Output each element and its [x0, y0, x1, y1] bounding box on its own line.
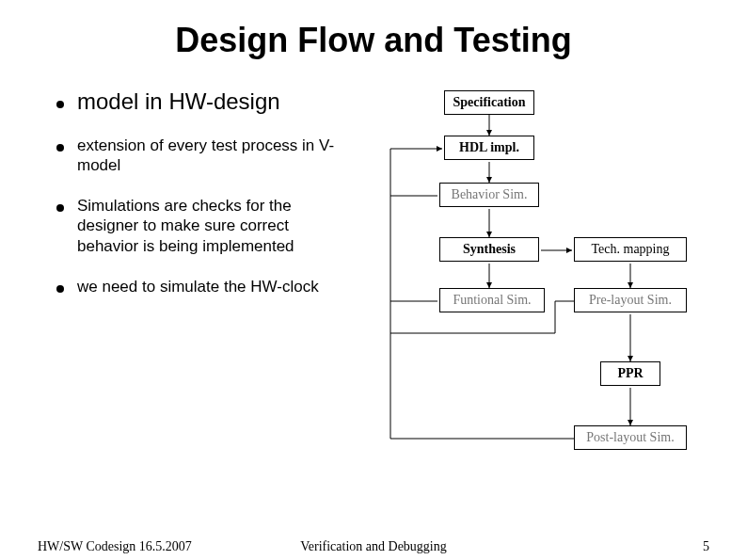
footer-left: HW/SW Codesign 16.5.2007	[38, 539, 192, 554]
box-hdl-impl: HDL impl.	[444, 136, 534, 160]
footer-center: Verification and Debugging	[300, 539, 447, 554]
box-prelayout-sim: Pre-layout Sim.	[574, 288, 687, 312]
box-synthesis: Synthesis	[439, 237, 539, 262]
bullet-item: Simulations are checks for the designer …	[56, 196, 339, 256]
bullet-item: model in HW-design	[56, 88, 339, 115]
footer-page-number: 5	[703, 539, 709, 554]
content-area: model in HW-design extension of every te…	[0, 88, 747, 484]
box-tech-mapping: Tech. mapping	[574, 237, 687, 262]
bullet-item: extension of every test process in V-mod…	[56, 136, 339, 176]
slide-title: Design Flow and Testing	[0, 0, 747, 60]
box-functional-sim: Funtional Sim.	[439, 288, 545, 312]
flow-diagram: Specification HDL impl. Behavior Sim. Sy…	[348, 88, 724, 484]
box-postlayout-sim: Post-layout Sim.	[574, 425, 687, 450]
diagram-connectors	[348, 88, 724, 484]
box-behavior-sim: Behavior Sim.	[439, 183, 539, 207]
box-specification: Specification	[444, 90, 534, 115]
box-ppr: PPR	[600, 361, 660, 386]
bullet-item: we need to simulate the HW-clock	[56, 277, 339, 296]
bullet-list-container: model in HW-design extension of every te…	[0, 88, 339, 484]
